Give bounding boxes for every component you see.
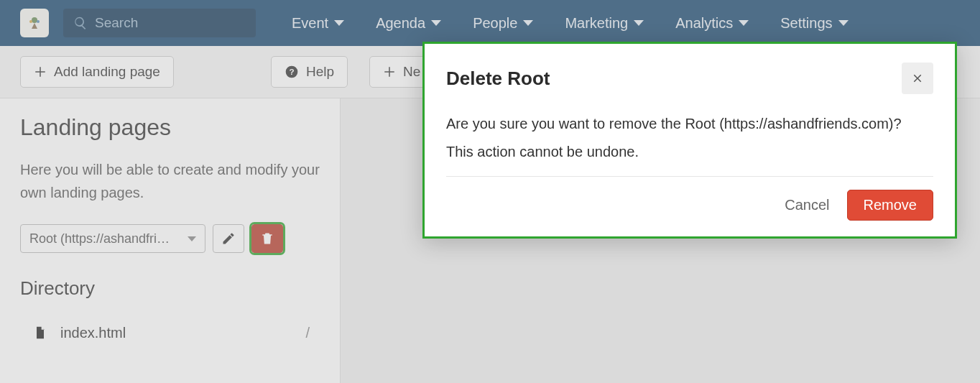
modal-body: Are you sure you want to remove the Root… — [446, 110, 933, 177]
add-landing-page-button[interactable]: Add landing page — [20, 56, 174, 88]
nav-label: Settings — [780, 15, 832, 32]
search-input[interactable] — [95, 15, 239, 31]
sidebar-intro: Here you will be able to create and modi… — [20, 158, 320, 204]
nav-label: Analytics — [675, 15, 733, 32]
nav-label: Marketing — [565, 15, 628, 32]
svg-point-0 — [32, 17, 37, 23]
directory-slash: / — [305, 325, 320, 341]
nav-item-settings[interactable]: Settings — [764, 15, 864, 32]
button-label: Add landing page — [54, 64, 160, 80]
directory-heading: Directory — [20, 277, 320, 300]
top-nav: Event Agenda People Marketing Analytics … — [0, 0, 980, 46]
trash-icon — [260, 231, 274, 246]
nav-items: Event Agenda People Marketing Analytics … — [276, 15, 864, 32]
search-icon — [73, 16, 88, 30]
close-icon — [911, 72, 924, 85]
page-title: Landing pages — [20, 114, 320, 141]
chevron-down-icon — [188, 236, 196, 241]
sidebar: Landing pages Here you will be able to c… — [0, 98, 341, 383]
root-select-label: Root (https://ashandfri… — [29, 231, 170, 246]
svg-text:?: ? — [289, 67, 294, 76]
pencil-icon — [221, 231, 236, 246]
modal-footer: Cancel Remove — [446, 190, 933, 221]
nav-item-people[interactable]: People — [457, 15, 549, 32]
root-row: Root (https://ashandfri… — [20, 224, 320, 253]
chevron-down-icon — [334, 20, 344, 26]
nav-item-agenda[interactable]: Agenda — [360, 15, 457, 32]
nav-item-marketing[interactable]: Marketing — [549, 15, 660, 32]
close-button[interactable] — [902, 63, 933, 94]
nav-label: Agenda — [376, 15, 425, 32]
directory-filename: index.html — [60, 325, 126, 341]
nav-item-event[interactable]: Event — [276, 15, 360, 32]
search-box[interactable] — [63, 9, 256, 37]
button-label: Help — [306, 64, 334, 80]
modal-text-line2: This action cannot be undone. — [446, 138, 933, 166]
app-logo[interactable] — [20, 9, 49, 37]
help-button[interactable]: ? Help — [271, 56, 348, 88]
svg-point-1 — [29, 20, 32, 23]
delete-root-button[interactable] — [251, 224, 283, 253]
button-label: Ne — [403, 64, 420, 80]
root-select[interactable]: Root (https://ashandfri… — [20, 224, 205, 253]
modal-header: Delete Root — [446, 63, 933, 94]
modal-text-line1: Are you sure you want to remove the Root… — [446, 110, 933, 138]
chevron-down-icon — [523, 20, 533, 26]
directory-row[interactable]: index.html / — [20, 318, 320, 347]
chevron-down-icon — [739, 20, 749, 26]
chevron-down-icon — [634, 20, 644, 26]
nav-label: Event — [292, 15, 328, 32]
cancel-button[interactable]: Cancel — [785, 197, 829, 213]
edit-root-button[interactable] — [213, 224, 244, 253]
chevron-down-icon — [431, 20, 441, 26]
help-icon: ? — [285, 65, 299, 79]
svg-point-2 — [37, 20, 40, 23]
nav-item-analytics[interactable]: Analytics — [660, 15, 764, 32]
file-icon — [33, 324, 47, 341]
modal-title: Delete Root — [446, 68, 550, 90]
nav-label: People — [473, 15, 517, 32]
remove-button[interactable]: Remove — [847, 190, 933, 221]
delete-root-modal: Delete Root Are you sure you want to rem… — [422, 42, 957, 239]
plus-icon — [34, 65, 47, 78]
plus-icon — [383, 65, 396, 78]
chevron-down-icon — [838, 20, 849, 26]
